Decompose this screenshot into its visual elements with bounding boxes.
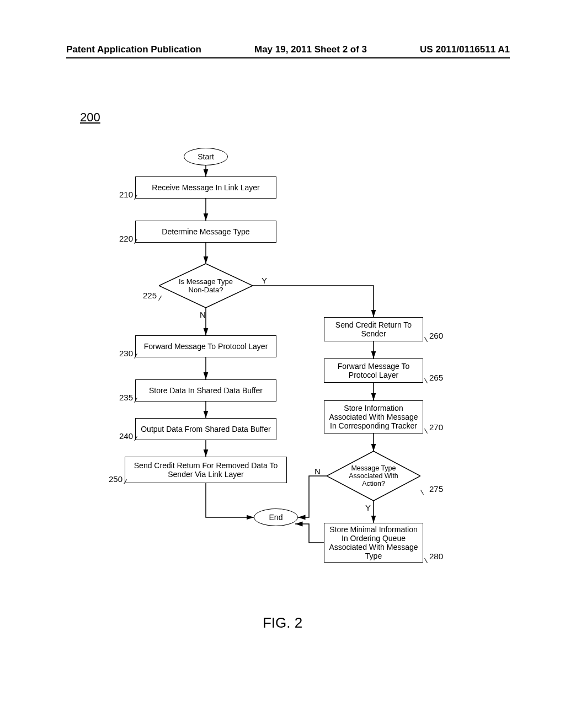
start-terminator: Start: [184, 148, 228, 165]
ref-220: 220: [119, 234, 133, 243]
decision-225: Is Message Type Non-Data?: [159, 264, 253, 308]
page-header: Patent Application Publication May 19, 2…: [66, 44, 510, 58]
process-260: Send Credit Return To Sender: [324, 317, 423, 341]
process-230: Forward Message To Protocol Layer: [135, 335, 276, 357]
branch-y-275: Y: [365, 503, 371, 512]
process-210-label: Receive Message In Link Layer: [152, 183, 259, 192]
process-235: Store Data In Shared Data Buffer: [135, 379, 276, 402]
ref-250: 250: [109, 474, 122, 484]
decision-275: Message Type Associated With Action?: [327, 451, 420, 501]
process-250-label: Send Credit Return For Removed Data To S…: [129, 461, 283, 479]
header-right: US 2011/0116511 A1: [420, 44, 510, 55]
branch-y-225: Y: [262, 276, 267, 285]
process-250: Send Credit Return For Removed Data To S…: [125, 457, 287, 483]
decision-225-label: Is Message Type Non-Data?: [159, 264, 253, 308]
ref-270: 270: [429, 422, 443, 432]
process-270-label: Store Information Associated With Messag…: [328, 404, 419, 430]
figure-number: 200: [80, 110, 100, 125]
process-280: Store Minimal Information In Ordering Qu…: [324, 523, 423, 563]
ref-225: 225: [143, 291, 157, 300]
process-260-label: Send Credit Return To Sender: [328, 320, 419, 338]
page: Patent Application Publication May 19, 2…: [0, 0, 565, 728]
process-280-label: Store Minimal Information In Ordering Qu…: [328, 525, 419, 560]
header-left: Patent Application Publication: [66, 44, 201, 55]
ref-280: 280: [429, 552, 443, 561]
process-265: Forward Message To Protocol Layer: [324, 358, 423, 383]
process-230-label: Forward Message To Protocol Layer: [144, 342, 268, 351]
process-220: Determine Message Type: [135, 221, 276, 243]
decision-275-label: Message Type Associated With Action?: [327, 451, 420, 501]
ref-265: 265: [429, 373, 443, 382]
header-center: May 19, 2011 Sheet 2 of 3: [254, 44, 367, 55]
branch-n-275: N: [315, 467, 321, 476]
process-240-label: Output Data From Shared Data Buffer: [141, 425, 271, 433]
ref-235: 235: [119, 393, 133, 402]
process-235-label: Store Data In Shared Data Buffer: [149, 386, 263, 395]
process-210: Receive Message In Link Layer: [135, 176, 276, 199]
start-label: Start: [198, 152, 214, 161]
ref-230: 230: [119, 349, 133, 358]
end-terminator: End: [254, 508, 298, 526]
process-220-label: Determine Message Type: [162, 227, 249, 236]
ref-260: 260: [429, 331, 443, 340]
ref-275: 275: [429, 484, 443, 494]
end-label: End: [269, 513, 283, 522]
process-270: Store Information Associated With Messag…: [324, 400, 423, 433]
branch-n-225: N: [200, 310, 206, 319]
process-240: Output Data From Shared Data Buffer: [135, 418, 276, 440]
ref-240: 240: [119, 431, 133, 441]
process-265-label: Forward Message To Protocol Layer: [328, 362, 419, 379]
ref-210: 210: [119, 190, 133, 199]
figure-label: FIG. 2: [0, 614, 565, 631]
